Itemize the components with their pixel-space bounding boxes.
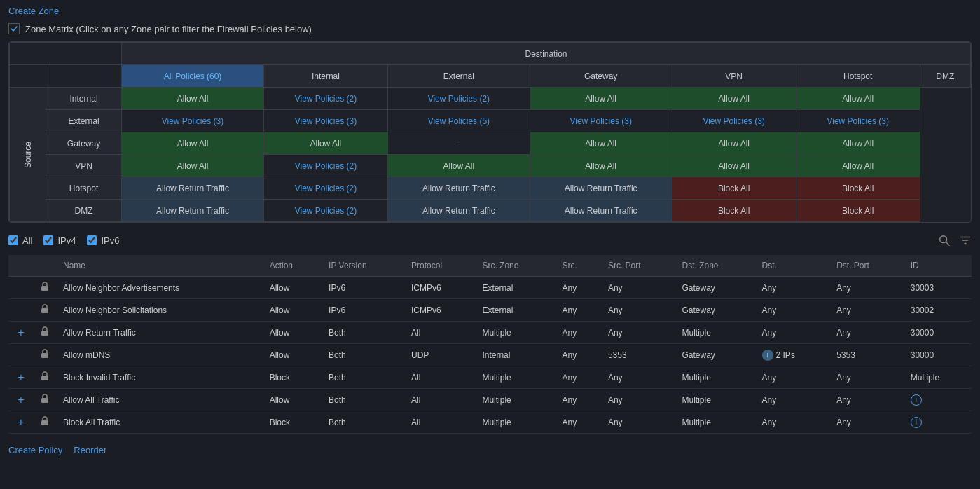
row-dst: i 2 IPs — [755, 344, 830, 366]
matrix-cell-gateway-2[interactable]: - — [387, 132, 530, 155]
th-protocol: Protocol — [404, 255, 475, 277]
th-name: Name — [56, 255, 263, 277]
row-srcport: Any — [601, 411, 675, 434]
reorder-link[interactable]: Reorder — [74, 445, 106, 455]
col-header-all-policies[interactable]: All Policies (60) — [122, 65, 264, 88]
right-icons — [938, 234, 972, 247]
add-icon[interactable]: + — [15, 327, 27, 338]
matrix-cell-vpn-1[interactable]: View Policies (2) — [263, 155, 387, 177]
add-icon[interactable]: + — [15, 394, 27, 406]
col-header-external[interactable]: External — [387, 65, 530, 88]
bottom-links: Create Policy Reorder — [8, 442, 972, 455]
matrix-cell-internal-1[interactable]: View Policies (2) — [263, 88, 387, 110]
lock-icon — [41, 304, 49, 314]
row-id: 30003 — [904, 277, 972, 299]
col-header-dmz[interactable]: DMZ — [920, 65, 970, 88]
row-add-col[interactable]: + — [8, 411, 34, 434]
policies-table-container: Name Action IP Version Protocol Src. Zon… — [8, 255, 972, 434]
matrix-cell-internal-3[interactable]: Allow All — [530, 88, 672, 110]
matrix-cell-external-5[interactable]: View Policies (3) — [796, 110, 920, 132]
matrix-cell-dmz-2[interactable]: Allow Return Traffic — [387, 200, 530, 222]
col-header-vpn[interactable]: VPN — [672, 65, 796, 88]
matrix-cell-dmz-0[interactable]: Allow Return Traffic — [122, 200, 264, 222]
matrix-cell-internal-2[interactable]: View Policies (2) — [387, 88, 530, 110]
row-ipversion: Both — [322, 344, 404, 366]
matrix-cell-hotspot-5[interactable]: Block All — [796, 177, 920, 200]
matrix-cell-vpn-3[interactable]: Allow All — [530, 155, 672, 177]
row-add-col[interactable]: + — [8, 366, 34, 389]
search-icon[interactable] — [938, 234, 951, 247]
col-header-hotspot[interactable]: Hotspot — [796, 65, 920, 88]
matrix-cell-internal-0[interactable]: Allow All — [122, 88, 264, 110]
row-dst: Any — [755, 366, 830, 389]
row-lock-col — [34, 299, 56, 322]
row-dstport: Any — [829, 366, 904, 389]
matrix-cell-gateway-1[interactable]: Allow All — [263, 132, 387, 155]
matrix-cell-vpn-0[interactable]: Allow All — [122, 155, 264, 177]
matrix-cell-vpn-4[interactable]: Allow All — [672, 155, 796, 177]
row-srczone: Multiple — [475, 411, 555, 434]
matrix-cell-hotspot-1[interactable]: View Policies (2) — [263, 177, 387, 200]
matrix-cell-dmz-1[interactable]: View Policies (2) — [263, 200, 387, 222]
matrix-cell-dmz-5[interactable]: Block All — [796, 200, 920, 222]
matrix-cell-external-4[interactable]: View Policies (3) — [672, 110, 796, 132]
matrix-cell-external-3[interactable]: View Policies (3) — [530, 110, 672, 132]
row-name[interactable]: Block All Traffic — [56, 411, 263, 434]
svg-rect-5 — [41, 286, 48, 291]
zone-matrix-header: Zone Matrix (Click on any Zone pair to f… — [8, 23, 972, 34]
matrix-cell-hotspot-0[interactable]: Allow Return Traffic — [122, 177, 264, 200]
matrix-cell-gateway-0[interactable]: Allow All — [122, 132, 264, 155]
row-name[interactable]: Block Invalid Traffic — [56, 366, 263, 389]
row-id[interactable]: i — [904, 389, 972, 411]
row-name[interactable]: Allow Return Traffic — [56, 322, 263, 344]
matrix-cell-hotspot-2[interactable]: Allow Return Traffic — [387, 177, 530, 200]
row-name[interactable]: Allow Neighbor Advertisements — [56, 277, 263, 299]
svg-rect-6 — [41, 308, 48, 313]
filter-all-checkbox[interactable] — [8, 235, 18, 245]
row-add-col[interactable]: + — [8, 322, 34, 344]
matrix-cell-external-0[interactable]: View Policies (3) — [122, 110, 264, 132]
matrix-cell-dmz-3[interactable]: Allow Return Traffic — [530, 200, 672, 222]
row-protocol: All — [404, 322, 475, 344]
matrix-cell-dmz-4[interactable]: Block All — [672, 200, 796, 222]
filter-icon[interactable] — [959, 234, 972, 247]
matrix-cell-gateway-5[interactable]: Allow All — [796, 132, 920, 155]
filter-all[interactable]: All — [8, 235, 32, 246]
filter-ipv4[interactable]: IPv4 — [43, 235, 76, 246]
id-info-icon[interactable]: i — [911, 394, 922, 406]
matrix-cell-internal-5[interactable]: Allow All — [796, 88, 920, 110]
matrix-cell-hotspot-3[interactable]: Allow Return Traffic — [530, 177, 672, 200]
id-info-icon[interactable]: i — [911, 417, 922, 428]
row-srczone: External — [475, 299, 555, 322]
matrix-cell-internal-4[interactable]: Allow All — [672, 88, 796, 110]
matrix-cell-external-1[interactable]: View Policies (3) — [263, 110, 387, 132]
filter-ipv4-checkbox[interactable] — [43, 235, 53, 245]
row-srcport: 5353 — [601, 344, 675, 366]
matrix-cell-hotspot-4[interactable]: Block All — [672, 177, 796, 200]
row-name[interactable]: Allow All Traffic — [56, 389, 263, 411]
col-header-gateway[interactable]: Gateway — [530, 65, 672, 88]
row-dstzone: Gateway — [675, 277, 754, 299]
matrix-cell-vpn-2[interactable]: Allow All — [387, 155, 530, 177]
filter-ipv6[interactable]: IPv6 — [87, 235, 119, 246]
row-action: Allow — [263, 299, 322, 322]
table-row: + Allow Return TrafficAllowBothAllMultip… — [8, 322, 972, 344]
matrix-cell-gateway-4[interactable]: Allow All — [672, 132, 796, 155]
row-dst: Any — [755, 277, 830, 299]
create-policy-link[interactable]: Create Policy — [8, 445, 62, 455]
row-srcport: Any — [601, 322, 675, 344]
add-icon[interactable]: + — [15, 417, 27, 428]
create-zone-link[interactable]: Create Zone — [8, 6, 59, 16]
row-name[interactable]: Allow mDNS — [56, 344, 263, 366]
dst-info-icon[interactable]: i — [762, 350, 773, 361]
row-src: Any — [555, 366, 600, 389]
row-add-col[interactable]: + — [8, 389, 34, 411]
matrix-cell-external-2[interactable]: View Policies (5) — [387, 110, 530, 132]
matrix-cell-gateway-3[interactable]: Allow All — [530, 132, 672, 155]
matrix-cell-vpn-5[interactable]: Allow All — [796, 155, 920, 177]
filter-ipv6-checkbox[interactable] — [87, 235, 97, 245]
add-icon[interactable]: + — [15, 372, 27, 383]
row-name[interactable]: Allow Neighbor Solicitations — [56, 299, 263, 322]
col-header-internal[interactable]: Internal — [263, 65, 387, 88]
row-id[interactable]: i — [904, 411, 972, 434]
